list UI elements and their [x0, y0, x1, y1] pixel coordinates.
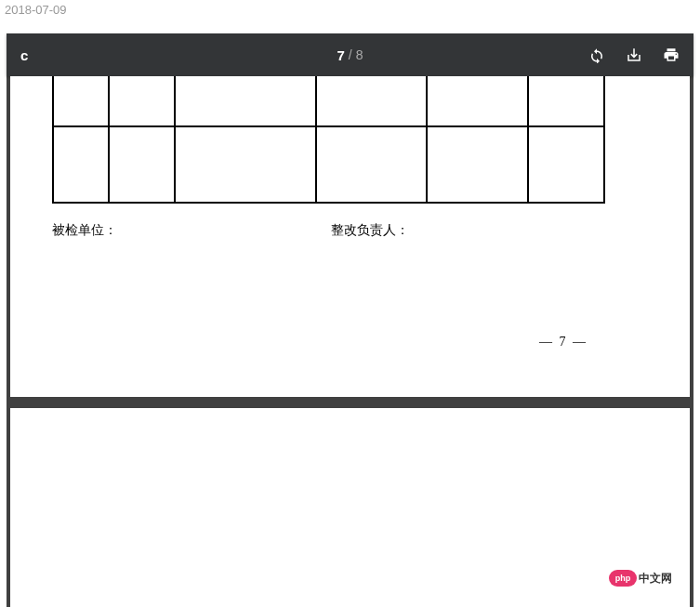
- print-icon[interactable]: [663, 46, 680, 63]
- table-row: [53, 126, 604, 203]
- download-icon[interactable]: [626, 46, 642, 63]
- inspection-table: [52, 76, 605, 204]
- inspected-unit-label: 被检单位：: [52, 222, 331, 239]
- document-page-8: [10, 408, 690, 607]
- rectification-person-label: 整改负责人：: [331, 222, 409, 239]
- total-pages: 8: [356, 47, 363, 62]
- page-gap: [7, 397, 693, 408]
- pdf-viewer: c 7 / 8: [7, 33, 693, 607]
- viewer-toolbar: c 7 / 8: [7, 33, 693, 76]
- document-page-7: 被检单位： 整改负责人： — 7 —: [10, 76, 690, 397]
- watermark-text: 中文网: [639, 571, 672, 587]
- pages-scroll-area[interactable]: 被检单位： 整改负责人： — 7 —: [7, 76, 693, 607]
- php-badge-icon: php: [609, 570, 637, 587]
- signature-row: 被检单位： 整改负责人：: [52, 222, 648, 239]
- rotate-icon[interactable]: [588, 46, 605, 63]
- table-row: [53, 76, 604, 126]
- page-indicator: 7 / 8: [132, 47, 568, 63]
- page-separator: /: [349, 47, 352, 62]
- document-title: c: [20, 47, 132, 63]
- current-page-number[interactable]: 7: [337, 47, 344, 63]
- site-watermark: php 中文网: [609, 570, 672, 587]
- toolbar-actions: [568, 46, 680, 63]
- header-date: 2018-07-09: [0, 0, 700, 20]
- page-number-footer: — 7 —: [539, 335, 588, 350]
